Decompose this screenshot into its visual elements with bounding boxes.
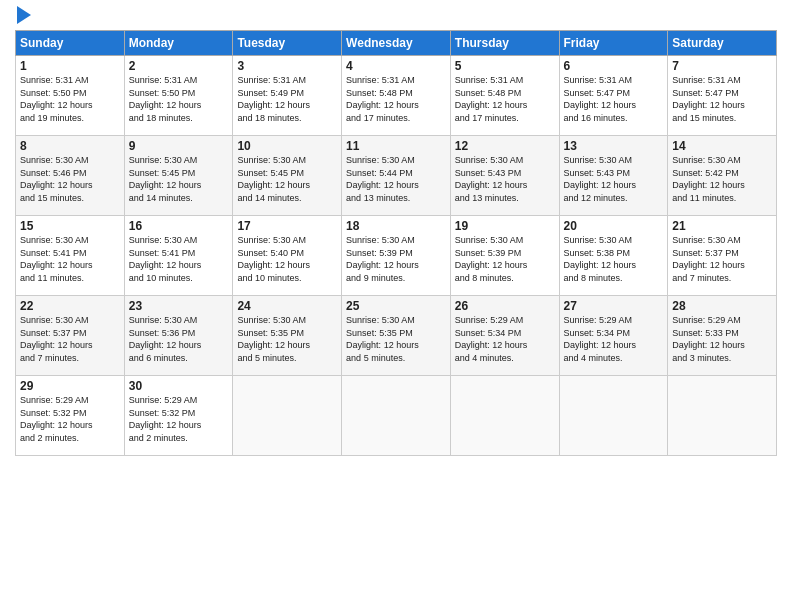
day-number: 13: [564, 139, 664, 153]
day-cell: 16Sunrise: 5:30 AMSunset: 5:41 PMDayligh…: [124, 216, 233, 296]
day-cell: 22Sunrise: 5:30 AMSunset: 5:37 PMDayligh…: [16, 296, 125, 376]
day-info: Sunrise: 5:30 AMSunset: 5:43 PMDaylight:…: [455, 154, 555, 204]
day-number: 29: [20, 379, 120, 393]
day-info: Sunrise: 5:30 AMSunset: 5:36 PMDaylight:…: [129, 314, 229, 364]
calendar-table: SundayMondayTuesdayWednesdayThursdayFrid…: [15, 30, 777, 456]
day-number: 23: [129, 299, 229, 313]
day-info: Sunrise: 5:30 AMSunset: 5:35 PMDaylight:…: [237, 314, 337, 364]
day-info: Sunrise: 5:29 AMSunset: 5:32 PMDaylight:…: [129, 394, 229, 444]
day-number: 21: [672, 219, 772, 233]
day-cell: [342, 376, 451, 456]
day-info: Sunrise: 5:30 AMSunset: 5:45 PMDaylight:…: [129, 154, 229, 204]
day-info: Sunrise: 5:30 AMSunset: 5:38 PMDaylight:…: [564, 234, 664, 284]
day-cell: 7Sunrise: 5:31 AMSunset: 5:47 PMDaylight…: [668, 56, 777, 136]
day-number: 2: [129, 59, 229, 73]
day-info: Sunrise: 5:30 AMSunset: 5:39 PMDaylight:…: [346, 234, 446, 284]
day-number: 30: [129, 379, 229, 393]
day-cell: 23Sunrise: 5:30 AMSunset: 5:36 PMDayligh…: [124, 296, 233, 376]
day-cell: 12Sunrise: 5:30 AMSunset: 5:43 PMDayligh…: [450, 136, 559, 216]
day-info: Sunrise: 5:31 AMSunset: 5:47 PMDaylight:…: [564, 74, 664, 124]
day-cell: 17Sunrise: 5:30 AMSunset: 5:40 PMDayligh…: [233, 216, 342, 296]
day-cell: 3Sunrise: 5:31 AMSunset: 5:49 PMDaylight…: [233, 56, 342, 136]
day-number: 25: [346, 299, 446, 313]
day-cell: 14Sunrise: 5:30 AMSunset: 5:42 PMDayligh…: [668, 136, 777, 216]
day-info: Sunrise: 5:29 AMSunset: 5:34 PMDaylight:…: [455, 314, 555, 364]
day-cell: 19Sunrise: 5:30 AMSunset: 5:39 PMDayligh…: [450, 216, 559, 296]
day-number: 28: [672, 299, 772, 313]
day-cell: 9Sunrise: 5:30 AMSunset: 5:45 PMDaylight…: [124, 136, 233, 216]
day-info: Sunrise: 5:31 AMSunset: 5:50 PMDaylight:…: [20, 74, 120, 124]
day-cell: 2Sunrise: 5:31 AMSunset: 5:50 PMDaylight…: [124, 56, 233, 136]
day-number: 5: [455, 59, 555, 73]
header: [15, 10, 777, 24]
day-number: 4: [346, 59, 446, 73]
day-cell: 4Sunrise: 5:31 AMSunset: 5:48 PMDaylight…: [342, 56, 451, 136]
day-info: Sunrise: 5:29 AMSunset: 5:32 PMDaylight:…: [20, 394, 120, 444]
day-number: 26: [455, 299, 555, 313]
week-row-3: 15Sunrise: 5:30 AMSunset: 5:41 PMDayligh…: [16, 216, 777, 296]
day-number: 15: [20, 219, 120, 233]
day-cell: 10Sunrise: 5:30 AMSunset: 5:45 PMDayligh…: [233, 136, 342, 216]
day-info: Sunrise: 5:31 AMSunset: 5:48 PMDaylight:…: [346, 74, 446, 124]
day-info: Sunrise: 5:29 AMSunset: 5:33 PMDaylight:…: [672, 314, 772, 364]
day-info: Sunrise: 5:30 AMSunset: 5:45 PMDaylight:…: [237, 154, 337, 204]
day-number: 10: [237, 139, 337, 153]
day-info: Sunrise: 5:30 AMSunset: 5:35 PMDaylight:…: [346, 314, 446, 364]
weekday-wednesday: Wednesday: [342, 31, 451, 56]
page: SundayMondayTuesdayWednesdayThursdayFrid…: [0, 0, 792, 612]
day-number: 1: [20, 59, 120, 73]
day-cell: [233, 376, 342, 456]
day-cell: 25Sunrise: 5:30 AMSunset: 5:35 PMDayligh…: [342, 296, 451, 376]
calendar-body: 1Sunrise: 5:31 AMSunset: 5:50 PMDaylight…: [16, 56, 777, 456]
day-info: Sunrise: 5:31 AMSunset: 5:47 PMDaylight:…: [672, 74, 772, 124]
day-number: 7: [672, 59, 772, 73]
day-info: Sunrise: 5:31 AMSunset: 5:50 PMDaylight:…: [129, 74, 229, 124]
day-cell: 28Sunrise: 5:29 AMSunset: 5:33 PMDayligh…: [668, 296, 777, 376]
weekday-sunday: Sunday: [16, 31, 125, 56]
weekday-tuesday: Tuesday: [233, 31, 342, 56]
logo: [15, 10, 31, 24]
day-cell: [559, 376, 668, 456]
day-info: Sunrise: 5:30 AMSunset: 5:44 PMDaylight:…: [346, 154, 446, 204]
day-number: 18: [346, 219, 446, 233]
weekday-thursday: Thursday: [450, 31, 559, 56]
day-info: Sunrise: 5:30 AMSunset: 5:42 PMDaylight:…: [672, 154, 772, 204]
day-number: 16: [129, 219, 229, 233]
day-info: Sunrise: 5:30 AMSunset: 5:37 PMDaylight:…: [20, 314, 120, 364]
day-info: Sunrise: 5:30 AMSunset: 5:46 PMDaylight:…: [20, 154, 120, 204]
day-cell: 26Sunrise: 5:29 AMSunset: 5:34 PMDayligh…: [450, 296, 559, 376]
day-info: Sunrise: 5:30 AMSunset: 5:39 PMDaylight:…: [455, 234, 555, 284]
weekday-friday: Friday: [559, 31, 668, 56]
day-number: 22: [20, 299, 120, 313]
day-cell: 30Sunrise: 5:29 AMSunset: 5:32 PMDayligh…: [124, 376, 233, 456]
day-info: Sunrise: 5:30 AMSunset: 5:41 PMDaylight:…: [129, 234, 229, 284]
day-number: 14: [672, 139, 772, 153]
day-cell: 27Sunrise: 5:29 AMSunset: 5:34 PMDayligh…: [559, 296, 668, 376]
day-cell: 13Sunrise: 5:30 AMSunset: 5:43 PMDayligh…: [559, 136, 668, 216]
day-info: Sunrise: 5:31 AMSunset: 5:48 PMDaylight:…: [455, 74, 555, 124]
day-info: Sunrise: 5:29 AMSunset: 5:34 PMDaylight:…: [564, 314, 664, 364]
week-row-5: 29Sunrise: 5:29 AMSunset: 5:32 PMDayligh…: [16, 376, 777, 456]
day-cell: 21Sunrise: 5:30 AMSunset: 5:37 PMDayligh…: [668, 216, 777, 296]
day-number: 27: [564, 299, 664, 313]
day-number: 20: [564, 219, 664, 233]
day-number: 19: [455, 219, 555, 233]
logo-flag-icon: [17, 6, 31, 24]
weekday-header-row: SundayMondayTuesdayWednesdayThursdayFrid…: [16, 31, 777, 56]
day-cell: 11Sunrise: 5:30 AMSunset: 5:44 PMDayligh…: [342, 136, 451, 216]
day-cell: 6Sunrise: 5:31 AMSunset: 5:47 PMDaylight…: [559, 56, 668, 136]
day-info: Sunrise: 5:30 AMSunset: 5:37 PMDaylight:…: [672, 234, 772, 284]
week-row-2: 8Sunrise: 5:30 AMSunset: 5:46 PMDaylight…: [16, 136, 777, 216]
day-number: 12: [455, 139, 555, 153]
day-number: 3: [237, 59, 337, 73]
day-cell: 20Sunrise: 5:30 AMSunset: 5:38 PMDayligh…: [559, 216, 668, 296]
day-cell: 5Sunrise: 5:31 AMSunset: 5:48 PMDaylight…: [450, 56, 559, 136]
day-cell: 24Sunrise: 5:30 AMSunset: 5:35 PMDayligh…: [233, 296, 342, 376]
day-number: 8: [20, 139, 120, 153]
day-info: Sunrise: 5:30 AMSunset: 5:40 PMDaylight:…: [237, 234, 337, 284]
week-row-1: 1Sunrise: 5:31 AMSunset: 5:50 PMDaylight…: [16, 56, 777, 136]
day-cell: 1Sunrise: 5:31 AMSunset: 5:50 PMDaylight…: [16, 56, 125, 136]
day-number: 24: [237, 299, 337, 313]
day-cell: [450, 376, 559, 456]
day-cell: 15Sunrise: 5:30 AMSunset: 5:41 PMDayligh…: [16, 216, 125, 296]
